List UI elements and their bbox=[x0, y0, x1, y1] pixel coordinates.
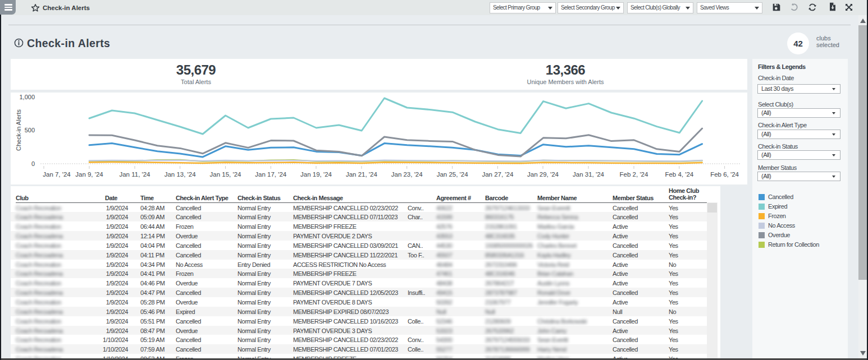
svg-text:Feb 6, '24: Feb 6, '24 bbox=[710, 171, 739, 178]
svg-text:Jan 9, '24: Jan 9, '24 bbox=[75, 171, 103, 178]
svg-text:Jan 21, '24: Jan 21, '24 bbox=[346, 171, 378, 178]
svg-text:500: 500 bbox=[25, 127, 35, 133]
svg-text:Jan 29, '24: Jan 29, '24 bbox=[527, 171, 559, 178]
svg-text:Jan 31, '24: Jan 31, '24 bbox=[573, 171, 605, 178]
svg-text:Jan 11, '24: Jan 11, '24 bbox=[119, 171, 150, 178]
svg-text:Jan 19, '24: Jan 19, '24 bbox=[300, 171, 332, 178]
svg-text:Jan 25, '24: Jan 25, '24 bbox=[437, 171, 469, 178]
svg-text:Feb 4, '24: Feb 4, '24 bbox=[665, 171, 693, 178]
svg-text:Jan 7, '24: Jan 7, '24 bbox=[43, 171, 71, 178]
svg-text:Jan 13, '24: Jan 13, '24 bbox=[165, 171, 197, 178]
svg-text:Feb 2, '24: Feb 2, '24 bbox=[620, 171, 648, 178]
svg-text:0: 0 bbox=[31, 160, 35, 167]
svg-text:Check-in Alerts: Check-in Alerts bbox=[15, 109, 22, 151]
svg-text:Jan 17, '24: Jan 17, '24 bbox=[255, 171, 287, 178]
svg-text:1,000: 1,000 bbox=[19, 94, 35, 100]
svg-text:Jan 27, '24: Jan 27, '24 bbox=[482, 171, 514, 178]
svg-text:Jan 23, '24: Jan 23, '24 bbox=[391, 171, 423, 178]
svg-text:Jan 15, '24: Jan 15, '24 bbox=[210, 171, 242, 178]
